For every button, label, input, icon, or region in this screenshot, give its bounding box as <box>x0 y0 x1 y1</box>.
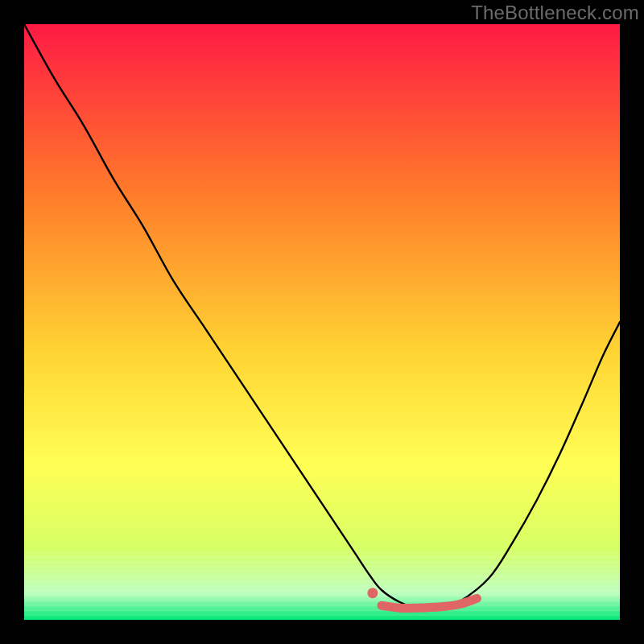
chart-svg <box>24 24 620 620</box>
gradient-background <box>24 24 620 620</box>
chart-frame: TheBottleneck.com <box>0 0 644 644</box>
plot-area <box>24 24 620 620</box>
optimal-marker-dot <box>367 588 378 598</box>
watermark-text: TheBottleneck.com <box>471 2 639 24</box>
